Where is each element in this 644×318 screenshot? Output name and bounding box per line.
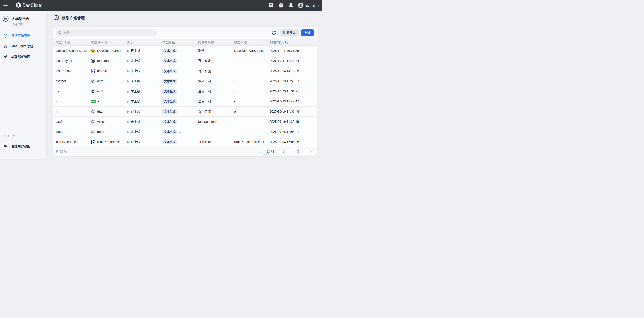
svg-text:?: ? [280, 3, 282, 7]
